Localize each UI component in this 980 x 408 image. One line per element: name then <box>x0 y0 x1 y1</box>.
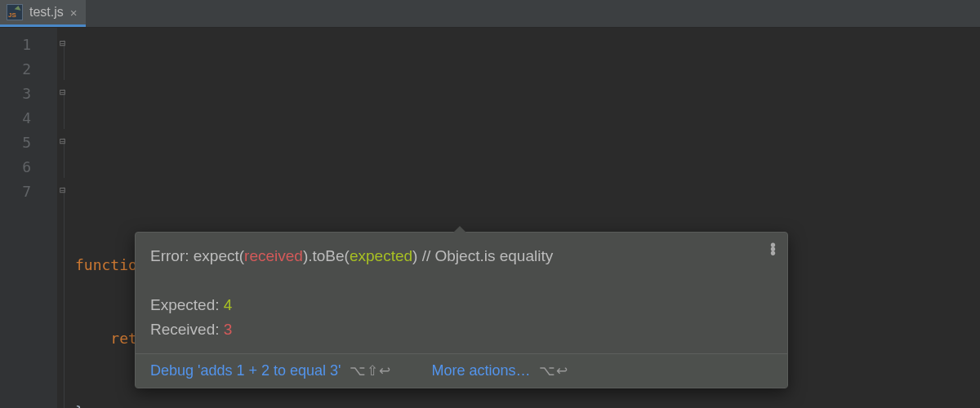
line-number: 2 <box>0 57 57 82</box>
code-editor[interactable]: 1 2 3 4 5 6 7 ⊟ ⊟ ⊟ ⊟ function sum(a, b)… <box>0 28 980 408</box>
shortcut-hint: ⌥⇧↩ <box>350 363 391 379</box>
js-file-icon: JS <box>7 4 23 20</box>
kebab-menu-icon[interactable]: ••• <box>770 242 776 255</box>
expected-value: Expected: 4 <box>150 293 773 317</box>
editor-tabbar: JS test.js × <box>0 0 980 28</box>
line-number: 7 <box>0 180 57 204</box>
fold-toggle-icon[interactable]: ⊟ <box>60 178 69 187</box>
line-number: 4 <box>0 106 57 131</box>
line-number: 5 <box>0 131 57 155</box>
received-value: Received: 3 <box>150 317 773 342</box>
error-tooltip: ••• Error: expect(received).toBe(expecte… <box>135 232 788 388</box>
code-line: } <box>75 400 980 408</box>
file-tab[interactable]: JS test.js × <box>0 0 86 27</box>
fold-toggle-icon[interactable]: ⊟ <box>60 129 69 138</box>
line-number: 3 <box>0 82 57 106</box>
error-message: Error: expect(received).toBe(expected) /… <box>150 244 773 268</box>
fold-toggle-icon[interactable]: ⊟ <box>60 31 69 40</box>
shortcut-hint: ⌥↩ <box>539 363 568 379</box>
line-number-gutter: 1 2 3 4 5 6 7 <box>0 28 57 408</box>
more-actions-link[interactable]: More actions… ⌥↩ <box>432 362 568 379</box>
line-number: 6 <box>0 155 57 180</box>
close-icon[interactable]: × <box>70 6 78 20</box>
line-number: 1 <box>0 33 57 57</box>
tab-filename: test.js <box>29 5 64 20</box>
debug-action-link[interactable]: Debug 'adds 1 + 2 to equal 3' ⌥⇧↩ <box>150 362 391 379</box>
caret-line-highlight <box>57 175 980 199</box>
fold-toggle-icon[interactable]: ⊟ <box>60 80 69 89</box>
